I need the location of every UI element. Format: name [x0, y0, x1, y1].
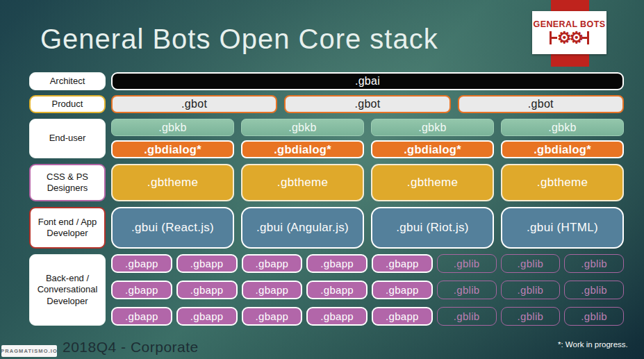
gblib-box: .gblib	[564, 307, 624, 326]
general-bots-logo: GENERAL BOTS ⚙⚙	[532, 11, 606, 54]
gbapp-box: .gbapp	[242, 281, 303, 299]
gbot-box: .gbot	[284, 95, 450, 113]
gbdialog-box: .gbdialog*	[241, 140, 364, 158]
gbapp-box: .gbapp	[242, 307, 303, 326]
gbkb-box: .gbkb	[501, 119, 624, 136]
row-backend: Back-end / Conversational Developer .gba…	[29, 254, 624, 326]
gbdialog-box: .gbdialog*	[501, 140, 624, 158]
footer-caption: 2018Q4 - Corporate	[63, 339, 199, 356]
gbui-box: .gbui (Angular.js)	[241, 207, 364, 249]
row-architect: Architect .gbai	[29, 72, 624, 90]
gbapp-box: .gbapp	[306, 254, 368, 273]
row-designers: CSS & PS Designers .gbtheme .gbtheme .gb…	[29, 164, 624, 201]
gbtheme-box: .gbtheme	[241, 164, 364, 201]
gbapp-box: .gbapp	[306, 281, 368, 299]
gbui-box: .gbui (Riot.js)	[371, 207, 494, 249]
row-enduser: End-user .gbkb .gbkb .gbkb .gbkb .gbdial…	[29, 119, 624, 158]
row-product: Product .gbot .gbot .gbot	[29, 95, 624, 113]
page-title: General Bots Open Core stack	[40, 24, 438, 55]
gear-end-right	[581, 37, 589, 39]
gblib-box: .gblib	[437, 307, 497, 326]
gbapp-box: .gbapp	[372, 281, 433, 299]
gbtheme-box: .gbtheme	[111, 164, 234, 201]
gbtheme-box: .gbtheme	[371, 164, 494, 201]
gbui-box: .gbui (React.js)	[111, 207, 234, 249]
row-frontend: Font end / App Developer .gbui (React.js…	[29, 207, 624, 249]
gblib-box: .gblib	[564, 281, 624, 299]
gblib-box: .gblib	[501, 254, 561, 273]
gbot-box: .gbot	[111, 95, 277, 113]
label-architect: Architect	[29, 72, 106, 90]
gbui-box: .gbui (HTML)	[501, 207, 624, 249]
gbapp-box: .gbapp	[176, 307, 238, 326]
gear-end-left	[550, 37, 557, 39]
gbapp-box: .gbapp	[176, 254, 238, 273]
gblib-box: .gblib	[501, 307, 561, 326]
gbapp-box: .gbapp	[306, 307, 368, 326]
gbkb-box: .gbkb	[111, 119, 234, 136]
label-product: Product	[29, 95, 106, 113]
slide: General Bots Open Core stack GENERAL BOT…	[0, 0, 644, 359]
gbapp-box: .gbapp	[111, 281, 172, 299]
gbtheme-box: .gbtheme	[501, 164, 624, 201]
gbdialog-box: .gbdialog*	[371, 140, 494, 158]
gbapp-box: .gbapp	[372, 307, 433, 326]
logo-title: GENERAL BOTS	[534, 19, 606, 29]
label-frontend: Font end / App Developer	[29, 207, 106, 249]
gblib-box: .gblib	[437, 254, 497, 273]
label-backend: Back-end / Conversational Developer	[29, 254, 106, 326]
gbdialog-box: .gbdialog*	[111, 140, 234, 158]
gbapp-box: .gbapp	[176, 281, 238, 299]
gblib-box: .gblib	[501, 281, 561, 299]
gbot-box: .gbot	[458, 95, 624, 113]
label-end-user: End-user	[29, 119, 106, 158]
stack-table: Architect .gbai Product .gbot .gbot .gbo…	[29, 72, 624, 326]
general-bots-gears-icon: ⚙⚙	[550, 30, 589, 46]
gbkb-box: .gbkb	[371, 119, 494, 136]
label-designers: CSS & PS Designers	[29, 164, 106, 201]
gblib-box: .gblib	[437, 281, 497, 299]
gbapp-box: .gbapp	[111, 254, 172, 273]
gbapp-box: .gbapp	[372, 254, 433, 273]
gbai-bar: .gbai	[111, 72, 624, 90]
gblib-box: .gblib	[564, 254, 624, 273]
gbapp-box: .gbapp	[242, 254, 303, 273]
work-in-progress-footnote: *: Work in progress.	[558, 340, 628, 349]
pragmatismo-badge: PRAGMATISMO.IO	[1, 345, 57, 357]
gears-glyph: ⚙⚙	[557, 30, 581, 46]
gbapp-box: .gbapp	[111, 307, 172, 326]
gbkb-box: .gbkb	[241, 119, 364, 136]
